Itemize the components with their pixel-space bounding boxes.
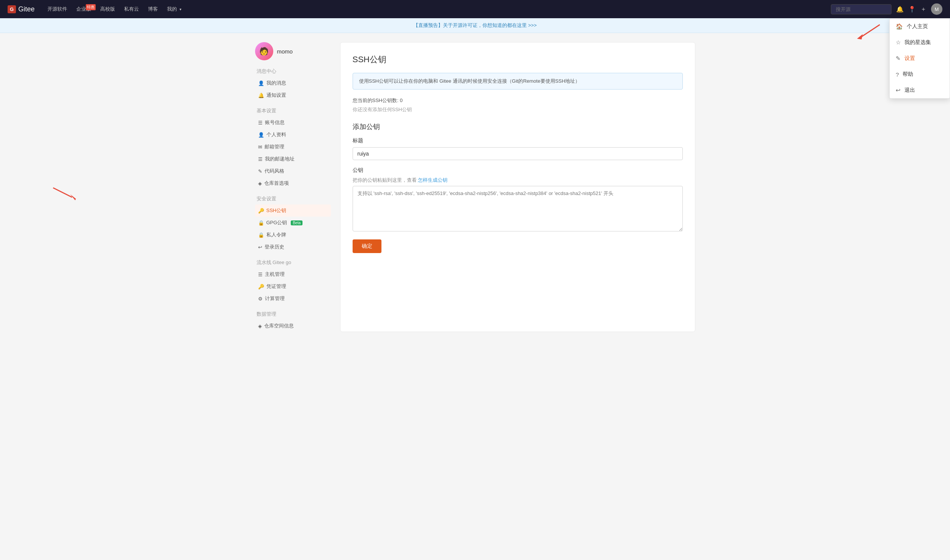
section-title-messages: 消息中心 bbox=[255, 68, 331, 75]
user-dropdown-menu: 🏠 个人主页 ☆ 我的星选集 ✎ 设置 ? 帮助 ↩ 退出 bbox=[889, 18, 950, 99]
page-title: SSH公钥 bbox=[353, 54, 683, 65]
nav-private-cloud[interactable]: 私有云 bbox=[120, 3, 143, 15]
sidebar-item-account-info[interactable]: ☰ 账号信息 bbox=[255, 116, 331, 129]
space-icon: ◈ bbox=[258, 323, 262, 329]
dropdown-item-logout[interactable]: ↩ 退出 bbox=[890, 82, 950, 98]
email-icon: ✉ bbox=[258, 144, 262, 150]
svg-marker-3 bbox=[70, 194, 76, 200]
plus-icon[interactable]: ＋ bbox=[920, 5, 926, 13]
svg-line-2 bbox=[53, 188, 72, 197]
sidebar-item-notification-settings[interactable]: 🔔 通知设置 bbox=[255, 89, 331, 101]
avatar: 🧑 bbox=[255, 42, 273, 60]
section-title-pipeline: 流水线 Gitee go bbox=[255, 259, 331, 266]
star-icon: ☆ bbox=[896, 39, 901, 46]
host-icon: ☰ bbox=[258, 272, 263, 277]
sidebar-item-host-management[interactable]: ☰ 主机管理 bbox=[255, 268, 331, 280]
title-form-group: 标题 bbox=[353, 137, 683, 160]
gitee-text: Gitee bbox=[18, 5, 35, 13]
navbar: G Gitee 开源软件 企业版 特惠 高校版 私有云 博客 我的 ▾ 🔔 📍 … bbox=[0, 0, 950, 18]
section-title-security: 安全设置 bbox=[255, 195, 331, 202]
nav-mine[interactable]: 我的 ▾ bbox=[163, 3, 185, 15]
ssh-empty: 你还没有添加任何SSH公钥 bbox=[353, 106, 683, 113]
logout-icon: ↩ bbox=[896, 87, 901, 94]
nav-links: 开源软件 企业版 特惠 高校版 私有云 博客 我的 ▾ bbox=[44, 3, 831, 15]
enterprise-badge: 特惠 bbox=[86, 4, 96, 10]
public-key-help: 把你的公钥粘贴到这里，查看 怎样生成公钥 bbox=[353, 177, 683, 184]
address-icon: ☰ bbox=[258, 156, 263, 162]
sidebar-item-compute-management[interactable]: ⚙ 计算管理 bbox=[255, 293, 331, 305]
help-icon: ? bbox=[896, 71, 899, 78]
title-label: 标题 bbox=[353, 137, 683, 144]
gpg-icon: 🔒 bbox=[258, 220, 264, 226]
sidebar-username: momo bbox=[277, 48, 293, 55]
nav-open-source[interactable]: 开源软件 bbox=[44, 3, 71, 15]
sidebar-item-repo-preferences[interactable]: ◈ 仓库首选项 bbox=[255, 177, 331, 189]
nav-enterprise[interactable]: 企业版 特惠 bbox=[72, 3, 95, 15]
info-box: 使用SSH公钥可以让你在你的电脑和 Gitee 通讯的时候使用安全连接（Git的… bbox=[353, 73, 683, 90]
nav-university[interactable]: 高校版 bbox=[96, 3, 119, 15]
sidebar: 🧑 momo 消息中心 👤 我的消息 🔔 通知设置 基本设置 ☰ 账号信息 👤 … bbox=[255, 42, 331, 332]
dropdown-item-help[interactable]: ? 帮助 bbox=[890, 66, 950, 82]
submit-button[interactable]: 确定 bbox=[353, 239, 381, 253]
notification-icon: 🔔 bbox=[258, 93, 264, 98]
sidebar-item-my-messages[interactable]: 👤 我的消息 bbox=[255, 77, 331, 89]
title-input[interactable] bbox=[353, 147, 683, 160]
ssh-count: 您当前的SSH公钥数: 0 bbox=[353, 97, 683, 104]
dropdown-item-favorites[interactable]: ☆ 我的星选集 bbox=[890, 35, 950, 50]
sidebar-item-credential-management[interactable]: 🔑 凭证管理 bbox=[255, 280, 331, 293]
sidebar-item-personal-token[interactable]: 🔒 私人令牌 bbox=[255, 229, 331, 241]
mine-dropdown-arrow: ▾ bbox=[180, 7, 181, 11]
repo-icon: ◈ bbox=[258, 181, 262, 186]
sidebar-item-gpg-key[interactable]: 🔒 GPG公钥 Beta bbox=[255, 217, 331, 229]
add-key-title: 添加公钥 bbox=[353, 122, 683, 131]
sidebar-item-code-style[interactable]: ✎ 代码风格 bbox=[255, 165, 331, 177]
main-content: SSH公钥 使用SSH公钥可以让你在你的电脑和 Gitee 通讯的时候使用安全连… bbox=[340, 42, 695, 332]
section-title-data: 数据管理 bbox=[255, 311, 331, 318]
compute-icon: ⚙ bbox=[258, 296, 263, 302]
sidebar-item-mailing-address[interactable]: ☰ 我的邮递地址 bbox=[255, 153, 331, 165]
bell-icon[interactable]: 🔔 bbox=[896, 6, 904, 13]
page-layout: 🧑 momo 消息中心 👤 我的消息 🔔 通知设置 基本设置 ☰ 账号信息 👤 … bbox=[247, 42, 703, 332]
section-title-basic: 基本设置 bbox=[255, 107, 331, 114]
svg-marker-1 bbox=[857, 34, 863, 39]
message-icon: 👤 bbox=[258, 80, 264, 86]
token-icon: 🔒 bbox=[258, 232, 264, 238]
code-icon: ✎ bbox=[258, 168, 262, 174]
settings-edit-icon: ✎ bbox=[896, 55, 901, 62]
dropdown-item-profile[interactable]: 🏠 个人主页 bbox=[890, 19, 950, 35]
location-icon[interactable]: 📍 bbox=[908, 6, 916, 13]
public-key-label: 公钥 bbox=[353, 167, 683, 174]
public-key-form-group: 公钥 把你的公钥粘贴到这里，查看 怎样生成公钥 bbox=[353, 167, 683, 233]
nav-blog[interactable]: 博客 bbox=[144, 3, 162, 15]
history-icon: ↩ bbox=[258, 244, 262, 250]
generate-key-link[interactable]: 怎样生成公钥 bbox=[418, 177, 447, 183]
public-key-textarea[interactable] bbox=[353, 186, 683, 231]
sidebar-item-ssh-key[interactable]: 🔑 SSH公钥 bbox=[255, 204, 331, 217]
avatar-button[interactable]: M bbox=[931, 3, 942, 15]
credential-icon: 🔑 bbox=[258, 284, 264, 289]
sidebar-item-email[interactable]: ✉ 邮箱管理 bbox=[255, 141, 331, 153]
avatar-image: 🧑 bbox=[255, 42, 273, 60]
gpg-beta-badge: Beta bbox=[291, 220, 302, 225]
gitee-logo-icon: G bbox=[8, 5, 16, 13]
home-icon: 🏠 bbox=[896, 23, 903, 30]
search-input[interactable] bbox=[831, 4, 892, 14]
sidebar-item-profile[interactable]: 👤 个人资料 bbox=[255, 129, 331, 141]
dropdown-item-settings[interactable]: ✎ 设置 bbox=[890, 50, 950, 66]
navbar-right: 🔔 📍 ＋ M bbox=[831, 3, 942, 15]
announcement-banner: 【直播预告】关于开源许可证，你想知道的都在这里 >>> bbox=[0, 18, 950, 33]
sidebar-item-login-history[interactable]: ↩ 登录历史 bbox=[255, 241, 331, 253]
sidebar-item-repo-space[interactable]: ◈ 仓库空间信息 bbox=[255, 320, 331, 332]
brand[interactable]: G Gitee bbox=[8, 5, 35, 13]
profile-icon: 👤 bbox=[258, 132, 264, 138]
account-icon: ☰ bbox=[258, 120, 263, 126]
key-icon: 🔑 bbox=[258, 208, 264, 214]
sidebar-profile: 🧑 momo bbox=[255, 42, 331, 60]
